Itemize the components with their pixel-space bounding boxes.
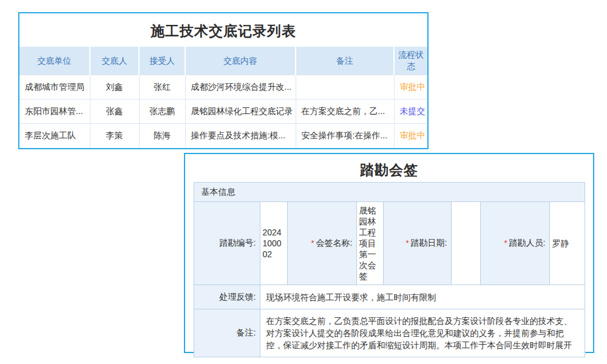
cell-remark: 在方案交底之前，乙... (296, 99, 394, 124)
column-header-discloser: 交底人 (90, 47, 139, 75)
cell-receiver: 张红 (139, 75, 185, 99)
remark-row: 备注: 在方案交底之前，乙负责总平面设计的报批配合及方案设计阶段各专业的技术支、… (194, 309, 585, 357)
field-label-survey-staff: *踏勘人员: (480, 202, 549, 285)
page: { "colors": { "panel_border": "#2aa7e2",… (0, 0, 607, 364)
cell-remark: 安全操作事项:在操作... (296, 124, 394, 148)
field-value-feedback: 现场环境符合施工开设要求，施工时间有限制 (260, 285, 585, 309)
survey-countersign-panel: 踏勘会签 基本信息 踏勘编号: 2024100002 *会签名称: 晟铭园林工程… (184, 153, 594, 353)
cell-discloser: 李策 (90, 124, 139, 148)
column-header-unit: 交底单位 (19, 47, 90, 75)
field-value-survey-date (451, 202, 480, 285)
status-badge[interactable]: 审批中 (394, 75, 427, 99)
column-header-content: 交底内容 (185, 47, 296, 75)
cell-receiver: 陈海 (139, 124, 185, 148)
cell-unit: 成都城市管理局 (19, 75, 90, 99)
field-value-survey-staff: 罗静 (549, 202, 585, 285)
field-label-remark: 备注: (194, 309, 260, 357)
field-label-countersign-name: *会签名称: (287, 202, 356, 285)
cell-receiver: 张志鹏 (139, 99, 185, 124)
cell-content: 操作要点及技术措施:模... (185, 124, 296, 148)
cell-discloser: 张鑫 (90, 99, 139, 124)
disclosure-table: 交底单位 交底人 接受人 交底内容 备注 流程状态 成都城市管理局 刘鑫 张红 … (19, 47, 427, 147)
survey-form: 基本信息 踏勘编号: 2024100002 *会签名称: 晟铭园林工程项目第一次… (194, 182, 585, 357)
status-badge[interactable]: 审批中 (394, 124, 427, 148)
column-header-status: 流程状态 (394, 47, 427, 75)
field-value-countersign-name: 晟铭园林工程项目第一次会签 (356, 202, 383, 285)
field-label-survey-date: *踏勘日期: (383, 202, 451, 285)
table-row[interactable]: 成都城市管理局 刘鑫 张红 成都沙河环境综合提升改... 审批中 (19, 75, 427, 99)
cell-remark (296, 75, 394, 99)
status-badge[interactable]: 未提交 (394, 99, 427, 124)
column-header-remark: 备注 (296, 47, 394, 75)
feedback-row: 处理反馈: 现场环境符合施工开设要求，施工时间有限制 (194, 285, 585, 309)
form-main-row: 踏勘编号: 2024100002 *会签名称: 晟铭园林工程项目第一次会签 *踏… (194, 202, 585, 285)
required-icon: * (406, 238, 409, 248)
column-header-receiver: 接受人 (139, 47, 185, 75)
table-row[interactable]: 东阳市园林管... 张鑫 张志鹏 晟铭园林绿化工程交底记录 在方案交底之前，乙.… (19, 99, 427, 124)
cell-discloser: 刘鑫 (90, 75, 139, 99)
required-icon: * (311, 238, 314, 248)
survey-title: 踏勘会签 (185, 154, 593, 182)
cell-unit: 李层次施工队 (19, 124, 90, 148)
cell-content: 晟铭园林绿化工程交底记录 (185, 99, 296, 124)
disclosure-list-title: 施工技术交底记录列表 (19, 13, 427, 47)
section-row: 基本信息 (194, 183, 585, 202)
field-label-feedback: 处理反馈: (194, 285, 260, 309)
field-value-remark: 在方案交底之前，乙负责总平面设计的报批配合及方案设计阶段各专业的技术支、对方案设… (260, 309, 585, 357)
field-value-survey-number: 2024100002 (260, 202, 287, 285)
disclosure-list-panel: 施工技术交底记录列表 交底单位 交底人 接受人 交底内容 备注 流程状态 成都城… (18, 12, 429, 149)
section-header-basic-info: 基本信息 (194, 183, 585, 202)
required-icon: * (504, 238, 507, 248)
cell-content: 成都沙河环境综合提升改... (185, 75, 296, 99)
cell-unit: 东阳市园林管... (19, 99, 90, 124)
table-header-row: 交底单位 交底人 接受人 交底内容 备注 流程状态 (19, 47, 427, 75)
table-row[interactable]: 李层次施工队 李策 陈海 操作要点及技术措施:模... 安全操作事项:在操作..… (19, 124, 427, 148)
field-label-survey-number: 踏勘编号: (194, 202, 260, 285)
